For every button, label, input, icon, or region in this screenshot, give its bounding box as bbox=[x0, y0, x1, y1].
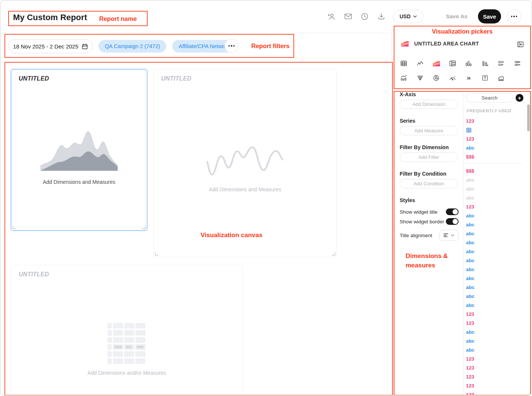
currency-value: USD bbox=[400, 13, 411, 19]
annotation-report-name: Report name bbox=[99, 15, 137, 22]
widget-title: UNTITLED bbox=[161, 75, 192, 82]
field-type-icon: 123 bbox=[466, 383, 477, 389]
field-item[interactable]: abc bbox=[466, 292, 528, 301]
report-builder-app: My Custom Report USD Save As Save 18 Nov… bbox=[0, 0, 532, 396]
field-item[interactable]: abc bbox=[466, 184, 528, 193]
field-type-icon: abc bbox=[466, 186, 477, 192]
field-type-icon: 123 bbox=[466, 392, 477, 396]
widget-line-chart[interactable]: UNTITLED Add Dimensions and Measures bbox=[153, 69, 337, 257]
date-range-value: 18 Nov 2025 - 2 Dec 2025 bbox=[13, 43, 78, 50]
config-section: Filter By Condition Add Condition bbox=[400, 171, 459, 188]
field-item[interactable]: 123 bbox=[466, 381, 528, 390]
field-type-icon: abc bbox=[466, 145, 477, 151]
chart-type-area-chart[interactable] bbox=[432, 59, 440, 67]
collapse-panel-icon[interactable] bbox=[517, 41, 524, 50]
title-alignment-label: Title alignment bbox=[400, 233, 432, 238]
resize-handle[interactable] bbox=[155, 252, 158, 255]
download-icon[interactable] bbox=[377, 12, 386, 21]
page-title: My Custom Report bbox=[13, 13, 87, 22]
chart-type-combo-chart[interactable] bbox=[400, 74, 408, 82]
chart-type-funnel-chart[interactable] bbox=[416, 74, 424, 82]
config-add-button[interactable]: Add Measure bbox=[400, 126, 458, 135]
add-user-icon[interactable] bbox=[327, 12, 336, 21]
filter-chips: QA Campaign 2 (7472)Affiliate/CPA Networ… bbox=[98, 39, 236, 53]
selected-chart-title: UNTITLED AREA CHART bbox=[414, 41, 479, 47]
date-range-picker[interactable]: 18 Nov 2025 - 2 Dec 2025 bbox=[8, 39, 93, 53]
save-as-button[interactable]: Save As bbox=[446, 13, 468, 19]
search-input[interactable] bbox=[466, 93, 513, 103]
widget-table[interactable]: UNTITLED Add Dimensions and/or Measures bbox=[11, 265, 243, 396]
chart-type-horizontal-stacked-bar-chart[interactable] bbox=[513, 59, 522, 67]
chart-type-pivot-table[interactable] bbox=[448, 59, 457, 67]
panel-columns-divider bbox=[463, 91, 463, 396]
field-item[interactable]: $$$ bbox=[466, 152, 528, 161]
field-item[interactable]: abc bbox=[466, 256, 528, 265]
resize-handle[interactable] bbox=[332, 252, 335, 255]
field-item[interactable]: abc bbox=[466, 220, 528, 229]
field-item[interactable]: 123 bbox=[466, 363, 528, 372]
field-item[interactable]: abc bbox=[466, 229, 528, 238]
field-item[interactable]: abc bbox=[466, 327, 528, 336]
field-item[interactable]: abc bbox=[466, 175, 528, 184]
chart-type-horizontal-bar-chart[interactable] bbox=[497, 59, 505, 67]
field-item[interactable]: 123 bbox=[466, 318, 528, 327]
field-item[interactable]: 123 bbox=[466, 202, 528, 211]
email-icon[interactable] bbox=[344, 12, 353, 21]
filter-chip[interactable]: QA Campaign 2 (7472) bbox=[98, 40, 166, 53]
field-type-icon: abc bbox=[466, 249, 477, 254]
chart-type-donut-chart[interactable] bbox=[432, 74, 440, 82]
field-item[interactable]: 123 bbox=[466, 116, 528, 125]
title-alignment-row: Title alignment bbox=[400, 230, 459, 241]
toggle-switch[interactable] bbox=[446, 218, 459, 225]
field-item[interactable]: abc bbox=[466, 336, 528, 345]
field-item[interactable]: 123 bbox=[466, 390, 528, 396]
chart-type-scorecard[interactable]: 3k bbox=[465, 74, 473, 82]
title-alignment-dropdown[interactable] bbox=[439, 230, 459, 241]
fields-scrollbar-thumb[interactable] bbox=[527, 104, 530, 131]
resize-handle[interactable] bbox=[13, 226, 16, 229]
widget-area-chart[interactable]: UNTITLED Add Dimensions and Measures bbox=[11, 69, 147, 231]
field-item[interactable]: abc bbox=[466, 283, 528, 292]
field-item[interactable]: 123 bbox=[466, 134, 528, 143]
schedule-icon[interactable] bbox=[360, 12, 369, 21]
filters-more-button[interactable] bbox=[224, 39, 239, 53]
chart-type-bar-chart[interactable] bbox=[465, 59, 473, 67]
chevron-down-icon bbox=[413, 15, 417, 18]
chart-type-text[interactable] bbox=[481, 74, 489, 82]
config-add-button[interactable]: Add Condition bbox=[400, 179, 458, 188]
chart-type-line-chart[interactable] bbox=[416, 59, 424, 67]
field-item[interactable]: 123 bbox=[466, 372, 528, 381]
field-item[interactable]: 123 bbox=[466, 309, 528, 318]
field-item[interactable]: abc bbox=[466, 193, 528, 202]
field-type-icon: 123 bbox=[466, 204, 477, 210]
field-item[interactable] bbox=[466, 125, 528, 134]
currency-dropdown[interactable]: USD bbox=[393, 10, 424, 23]
field-item[interactable]: abc bbox=[466, 211, 528, 220]
config-section: Filter By Dimension Add Filter bbox=[400, 144, 459, 162]
config-add-button[interactable]: Add Filter bbox=[400, 153, 458, 162]
toggle-switch[interactable] bbox=[446, 208, 459, 215]
field-item[interactable]: $$$ bbox=[466, 166, 528, 175]
chart-type-table[interactable] bbox=[400, 59, 408, 67]
add-field-button[interactable]: + bbox=[516, 94, 523, 102]
chart-type-map-chart[interactable] bbox=[497, 74, 505, 82]
chart-type-stacked-bar-chart[interactable] bbox=[481, 59, 489, 67]
config-section-label: Filter By Condition bbox=[400, 171, 459, 177]
field-item[interactable]: abc bbox=[466, 345, 528, 354]
field-item[interactable]: abc bbox=[466, 238, 528, 247]
chart-type-gauge-chart[interactable] bbox=[448, 74, 457, 82]
field-item[interactable]: 123 bbox=[466, 354, 528, 363]
field-item[interactable]: abc bbox=[466, 265, 528, 274]
config-add-button[interactable]: Add Dimension bbox=[400, 100, 458, 109]
field-item[interactable]: abc bbox=[466, 247, 528, 256]
field-item[interactable]: abc bbox=[466, 143, 528, 152]
save-button[interactable]: Save bbox=[478, 9, 501, 23]
field-item[interactable]: abc bbox=[466, 301, 528, 309]
header-divider bbox=[1, 33, 391, 33]
resize-handle[interactable] bbox=[142, 226, 145, 229]
field-type-icon: $$$ bbox=[466, 154, 477, 160]
field-type-icon: 123 bbox=[466, 320, 477, 326]
filter-chip-label: QA Campaign 2 (7472) bbox=[105, 43, 160, 49]
header-more-button[interactable] bbox=[507, 9, 521, 23]
field-item[interactable]: abc bbox=[466, 274, 528, 283]
